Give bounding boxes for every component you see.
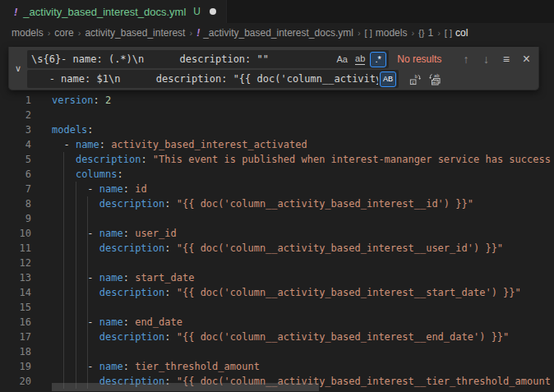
whole-word-toggle[interactable]: ab (352, 52, 368, 67)
code-line[interactable]: 12 (0, 256, 554, 270)
close-find-button[interactable]: × (518, 50, 535, 68)
editor-code-area[interactable]: 1version: 223models:4 - name: activity_b… (0, 43, 554, 392)
breadcrumb-label: col (455, 27, 468, 39)
line-number: 20 (0, 374, 31, 389)
yaml-file-icon: ! (14, 6, 17, 18)
svg-text:c: c (411, 79, 413, 84)
find-in-selection-button[interactable]: ≡ (497, 50, 515, 68)
code-line[interactable]: 6 columns: (0, 167, 554, 182)
previous-match-button[interactable]: ↑ (457, 50, 474, 68)
match-case-icon: Aa (337, 54, 348, 64)
replace-value-text: - name: $1\n description: "{{ doc('colum… (31, 73, 378, 85)
toggle-replace-chevron-icon[interactable]: ∨ (12, 61, 25, 76)
line-number: 7 (0, 182, 31, 196)
replace-input[interactable]: - name: $1\n description: "{{ doc('colum… (27, 70, 399, 88)
code-line-text: version: 2 (52, 95, 111, 106)
match-case-toggle[interactable]: Aa (334, 52, 350, 67)
symbol-array-icon: [ ] (365, 28, 372, 38)
code-line[interactable]: 16 - name: end_date (0, 315, 554, 330)
regex-toggle[interactable]: .* (370, 52, 386, 67)
breadcrumb-item-file[interactable]: ! _activity_based_interest_docs.yml (196, 27, 353, 39)
code-line-text: description: "{{ doc('column__activity_b… (52, 331, 509, 343)
code-line[interactable]: 17 description: "{{ doc('column__activit… (0, 330, 554, 344)
line-number: 19 (0, 359, 31, 374)
whole-word-icon: ab (355, 53, 365, 65)
breadcrumb-separator-icon: › (437, 28, 441, 38)
line-number: 2 (0, 108, 31, 122)
git-status-badge: U (193, 6, 201, 17)
code-line[interactable]: 18 (0, 344, 554, 359)
breadcrumb-item-models[interactable]: models (12, 27, 44, 39)
breadcrumb-label: 1 (427, 27, 433, 39)
code-line[interactable]: 1version: 2 (0, 93, 554, 108)
line-number: 9 (0, 211, 31, 226)
horizontal-scrollbar[interactable] (52, 383, 319, 391)
symbol-array-icon: [ ] (445, 28, 452, 38)
breadcrumb-label: models (12, 27, 44, 39)
breadcrumb-item-symbol-1[interactable]: {} 1 (418, 27, 433, 39)
svg-text:ab: ab (434, 73, 440, 78)
replace-button[interactable]: b c (405, 70, 423, 88)
preserve-case-toggle[interactable]: AB (380, 71, 396, 87)
code-line[interactable]: 15 (0, 300, 554, 315)
breadcrumb-separator-icon: › (358, 28, 361, 38)
breadcrumb-label: core (54, 27, 73, 39)
breadcrumb-item-core[interactable]: core (54, 27, 73, 39)
breadcrumb-item-folder[interactable]: activity_based_interest (85, 27, 185, 39)
code-line[interactable]: 19 - name: tier_threshold_amount (0, 359, 554, 374)
code-line-text: models: (52, 124, 94, 136)
breadcrumb-item-symbol-models[interactable]: [ ] models (365, 27, 408, 39)
line-number: 1 (0, 93, 31, 108)
code-line[interactable]: 14 description: "{{ doc('column__activit… (0, 285, 554, 300)
breadcrumb-separator-icon: › (411, 28, 414, 38)
breadcrumb-separator-icon: › (78, 28, 81, 38)
line-number: 11 (0, 241, 31, 256)
line-number: 13 (0, 270, 31, 285)
code-line[interactable]: 13 - name: start_date (0, 270, 554, 285)
breadcrumb-label: _activity_based_interest_docs.yml (203, 27, 353, 39)
code-line[interactable]: 2 (0, 108, 554, 122)
code-line-text: - name: tier_threshold_amount (52, 361, 260, 372)
regex-icon: .* (376, 54, 381, 64)
next-match-button[interactable]: ↓ (478, 50, 495, 68)
code-line-text: - name: id (52, 183, 147, 195)
close-icon: × (523, 52, 530, 67)
code-line-text: description: "{{ doc('column__activity_b… (52, 198, 473, 210)
find-replace-widget: ∨ \s{6}- name: (.*)\n description: "" Aa… (8, 47, 539, 90)
code-line[interactable]: 5 description: "This event is published … (0, 152, 554, 167)
editor-tab-active[interactable]: ! _activity_based_interest_docs.yml U (0, 0, 227, 23)
breadcrumb: models › core › activity_based_interest … (0, 23, 554, 43)
code-line[interactable]: 7 - name: id (0, 182, 554, 196)
breadcrumb-separator-icon: › (48, 28, 51, 38)
line-number: 10 (0, 226, 31, 241)
arrow-down-icon: ↓ (483, 53, 489, 66)
code-line-text: - name: start_date (52, 272, 194, 284)
arrow-up-icon: ↑ (464, 53, 469, 66)
code-line-text: description: "This event is published wh… (52, 154, 551, 165)
unsaved-changes-dot-icon[interactable] (210, 8, 216, 15)
code-line-text: - name: end_date (52, 316, 182, 328)
line-number: 5 (0, 152, 31, 167)
code-line-text: - name: activity_based_interest_activate… (52, 139, 307, 150)
line-number: 16 (0, 315, 31, 330)
line-number: 6 (0, 167, 31, 182)
yaml-file-icon: ! (196, 27, 200, 39)
line-number: 8 (0, 196, 31, 211)
tab-filename: _activity_based_interest_docs.yml (23, 6, 186, 18)
code-line[interactable]: 9 (0, 211, 554, 226)
code-line[interactable]: 11 description: "{{ doc('column__activit… (0, 241, 554, 256)
code-line[interactable]: 4 - name: activity_based_interest_activa… (0, 137, 554, 152)
breadcrumb-item-symbol-columns[interactable]: [ ] col (445, 27, 469, 39)
line-number: 18 (0, 344, 31, 359)
replace-row: - name: $1\n description: "{{ doc('colum… (27, 70, 535, 88)
code-line[interactable]: 10 - name: user_id (0, 226, 554, 241)
line-number: 4 (0, 137, 31, 152)
selection-lines-icon: ≡ (503, 53, 510, 66)
find-input[interactable]: \s{6}- name: (.*)\n description: "" Aa a… (27, 50, 389, 68)
replace-icon: b c (409, 73, 421, 85)
preserve-case-icon: AB (383, 75, 393, 83)
code-line[interactable]: 8 description: "{{ doc('column__activity… (0, 196, 554, 211)
code-line-text: description: "{{ doc('column__activity_b… (52, 242, 503, 254)
replace-all-button[interactable]: ab ac (426, 70, 444, 88)
code-line[interactable]: 3models: (0, 122, 554, 137)
